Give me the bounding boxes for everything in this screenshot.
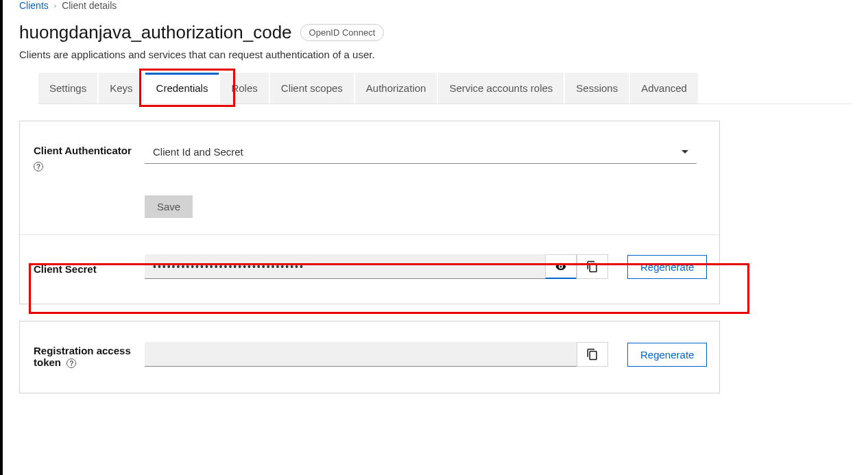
breadcrumb: Clients › Client details: [19, 0, 852, 16]
protocol-badge: OpenID Connect: [300, 24, 385, 41]
copy-icon: [586, 348, 599, 361]
tab-service-accounts[interactable]: Service accounts roles: [438, 73, 564, 103]
client-authenticator-select[interactable]: Client Id and Secret: [145, 141, 697, 164]
client-authenticator-label: Client Authenticator ?: [34, 141, 136, 171]
registration-token-panel: Registration access token ? Regenerate: [19, 321, 720, 393]
client-secret-input[interactable]: [145, 254, 545, 279]
copy-icon: [586, 260, 599, 273]
registration-token-label: Registration access token ?: [34, 341, 136, 368]
tab-credentials[interactable]: Credentials: [145, 73, 219, 103]
regenerate-secret-button[interactable]: Regenerate: [627, 255, 707, 279]
tab-authorization[interactable]: Authorization: [355, 73, 437, 103]
toggle-visibility-button[interactable]: [545, 254, 577, 279]
tab-roles[interactable]: Roles: [220, 73, 268, 103]
tabs: Settings Keys Credentials Roles Client s…: [38, 73, 852, 104]
breadcrumb-clients-link[interactable]: Clients: [19, 0, 49, 11]
tab-keys[interactable]: Keys: [99, 73, 143, 103]
chevron-right-icon: ›: [54, 2, 56, 10]
chevron-down-icon: [682, 150, 688, 154]
credentials-panel: Client Authenticator ? Client Id and Sec…: [19, 121, 720, 304]
page-subtitle: Clients are applications and services th…: [19, 49, 852, 60]
help-icon[interactable]: ?: [34, 162, 43, 171]
save-button[interactable]: Save: [145, 195, 193, 218]
page-title: huongdanjava_authorization_code: [19, 22, 292, 43]
breadcrumb-current: Client details: [62, 0, 117, 11]
client-authenticator-label-text: Client Authenticator: [34, 145, 132, 156]
copy-secret-button[interactable]: [577, 254, 608, 279]
regenerate-token-button[interactable]: Regenerate: [627, 343, 707, 367]
eye-icon: [555, 260, 567, 273]
client-secret-label: Client Secret: [34, 259, 136, 275]
tab-client-scopes[interactable]: Client scopes: [270, 73, 354, 103]
tab-sessions[interactable]: Sessions: [565, 73, 629, 103]
help-icon[interactable]: ?: [67, 358, 76, 368]
client-authenticator-value: Client Id and Secret: [153, 146, 243, 158]
registration-token-input[interactable]: [145, 342, 577, 367]
tab-settings[interactable]: Settings: [38, 73, 97, 103]
page-title-row: huongdanjava_authorization_code OpenID C…: [19, 22, 852, 43]
copy-token-button[interactable]: [577, 342, 608, 367]
registration-token-label-text: Registration access token: [34, 345, 131, 368]
tab-advanced[interactable]: Advanced: [630, 73, 698, 103]
